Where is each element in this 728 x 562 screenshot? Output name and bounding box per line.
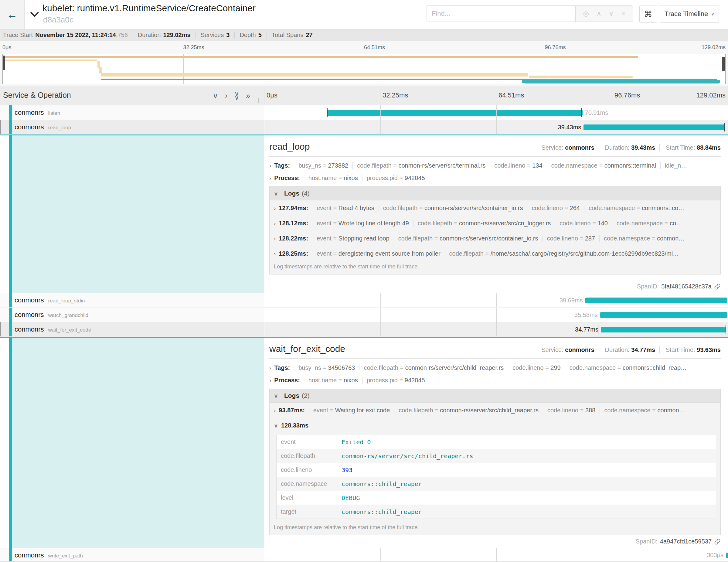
logs-note: Log timestamps are relative to the start… bbox=[270, 261, 720, 274]
collapse-all-icon[interactable]: ∨∨ bbox=[234, 92, 239, 101]
next-match-icon[interactable]: ∨ bbox=[609, 10, 614, 17]
column-resize-grip[interactable] bbox=[258, 98, 261, 103]
summary-duration: Duration129.02ms bbox=[138, 32, 196, 39]
span-row-watch-grandchild[interactable]: conmonrswatch_grandchild 35.58ms bbox=[0, 308, 728, 322]
detail-duration: Duration: 34.77ms bbox=[601, 346, 660, 353]
trace-id: d8a3a0c bbox=[43, 15, 73, 25]
chevron-down-icon: ∨ bbox=[711, 11, 714, 17]
span-detail-read-loop: read_loop Service: conmonrs Duration: 39… bbox=[0, 135, 728, 293]
log-entry[interactable]: › 93.87ms: eventWaiting for exit code co… bbox=[270, 403, 720, 418]
operation-name: write_exit_path bbox=[48, 553, 83, 559]
service-color-bar bbox=[9, 548, 12, 562]
prev-match-icon[interactable]: ∧ bbox=[597, 10, 601, 17]
service-color-bar bbox=[9, 105, 12, 120]
log-entry[interactable]: › 128.22ms: eventStopping read loop code… bbox=[270, 231, 720, 246]
detail-service: Service: conmonrs bbox=[537, 144, 599, 151]
detail-indent-area bbox=[12, 338, 264, 548]
chevron-right-icon: › bbox=[274, 407, 276, 414]
summary-total-spans: Total Spans27 bbox=[272, 32, 318, 39]
chevron-right-icon: › bbox=[274, 220, 276, 227]
back-button[interactable]: ← bbox=[0, 0, 25, 29]
link-icon[interactable] bbox=[714, 283, 721, 290]
operation-name: wait_for_exit_code bbox=[48, 327, 91, 333]
span-duration-label: 35.58ms bbox=[574, 311, 598, 318]
detail-duration: Duration: 39.43ms bbox=[601, 144, 660, 151]
span-row-read-loop-stdin[interactable]: conmonrsread_loop_stdin 39.69ms bbox=[0, 293, 728, 308]
process-accordion[interactable]: › Process: host.namenixos process.pid942… bbox=[269, 377, 721, 384]
log-field-row: target conmonrs::child_reaper bbox=[277, 505, 716, 519]
span-bar[interactable] bbox=[585, 298, 727, 303]
span-duration-label: 39.69ms bbox=[560, 297, 583, 304]
service-name: conmonrs bbox=[15, 311, 44, 318]
log-field-row: code.lineno 393 bbox=[277, 463, 716, 477]
collapse-controls: ∨ › ∨∨ » bbox=[213, 90, 250, 101]
link-icon[interactable] bbox=[714, 538, 721, 545]
service-name: conmonrs bbox=[15, 296, 44, 304]
locate-icon[interactable]: ◎ bbox=[583, 10, 589, 17]
span-bar[interactable] bbox=[583, 124, 725, 130]
span-row-listen[interactable]: conmonrslisten 70.91ms bbox=[0, 105, 728, 120]
span-id-value: 5faf48165428c37a bbox=[661, 283, 712, 290]
log-entry[interactable]: › 127.94ms: eventRead 4 bytes code.filep… bbox=[270, 200, 720, 216]
span-row-write-exit-path[interactable]: conmonrswrite_exit_path 303μs bbox=[0, 548, 728, 562]
log-field-row: level DEBUG bbox=[277, 491, 716, 505]
trace-collapse-chevron-down-icon[interactable] bbox=[32, 11, 38, 17]
span-row-wait-for-exit-code[interactable]: conmonrswait_for_exit_code 34.77ms bbox=[0, 322, 728, 337]
process-accordion[interactable]: › Process: host.namenixos process.pid942… bbox=[269, 175, 721, 182]
expand-all-icon[interactable]: » bbox=[246, 90, 250, 101]
service-color-bar bbox=[9, 308, 12, 322]
log-entry[interactable]: › 128.12ms: eventWrote log line of lengt… bbox=[270, 216, 720, 231]
chevron-down-icon: ∨ bbox=[274, 392, 278, 399]
collapse-one-icon[interactable]: ∨ bbox=[213, 90, 218, 101]
chevron-right-icon: › bbox=[269, 365, 271, 371]
span-duration-label: 70.91ms bbox=[585, 109, 608, 116]
detail-span-title: read_loop bbox=[269, 141, 310, 152]
span-detail-wait-for-exit-code: wait_for_exit_code Service: conmonrs Dur… bbox=[0, 337, 728, 548]
detail-start-time: Start Time: 93.63ms bbox=[662, 346, 721, 353]
expand-one-icon[interactable]: › bbox=[225, 90, 228, 101]
span-bar[interactable] bbox=[327, 110, 583, 116]
span-id-value: 4a947cfd1ce59537 bbox=[660, 538, 712, 545]
tags-accordion[interactable]: › Tags: busy_ns34506763 code.filepathcon… bbox=[269, 364, 721, 371]
span-row-read-loop[interactable]: conmonrsread_loop 39.43ms bbox=[0, 120, 728, 135]
keyboard-shortcuts-button[interactable]: ⌘ bbox=[639, 5, 657, 23]
find-input[interactable] bbox=[427, 5, 575, 22]
service-color-bar bbox=[9, 322, 12, 336]
tags-accordion[interactable]: › Tags: busy_ns273882 code.filepathconmo… bbox=[269, 162, 721, 169]
page-header: ← kubelet: runtime.v1.RuntimeService/Cre… bbox=[0, 0, 728, 29]
log-entry[interactable]: › 128.25ms: eventderegistering event sou… bbox=[270, 246, 720, 261]
span-bar[interactable] bbox=[726, 553, 728, 558]
find-controls: ◎ ∧ ∨ × bbox=[575, 5, 633, 22]
logs-header[interactable]: ∨ Logs(2) bbox=[270, 389, 720, 403]
logs-section: ∨ Logs(2) › 93.87ms: eventWaiting for ex… bbox=[269, 389, 721, 535]
view-selector-label: Trace Timeline bbox=[665, 10, 708, 18]
clear-find-icon[interactable]: × bbox=[621, 10, 625, 17]
jaeger-trace-page: ← kubelet: runtime.v1.RuntimeService/Cre… bbox=[0, 0, 728, 562]
back-arrow-icon: ← bbox=[7, 9, 18, 20]
logs-header[interactable]: ∨ Logs(4) bbox=[270, 187, 720, 200]
view-selector-button[interactable]: Trace Timeline ∨ bbox=[660, 5, 719, 23]
service-color-bar bbox=[9, 293, 12, 307]
span-id-row: SpanID: 5faf48165428c37a bbox=[637, 283, 721, 290]
chevron-right-icon: › bbox=[274, 205, 276, 212]
command-icon: ⌘ bbox=[644, 9, 652, 19]
log-field-row: code.namespace conmonrs::child_reaper bbox=[277, 477, 716, 491]
service-color-bar bbox=[9, 120, 12, 134]
summary-services: Services3 bbox=[201, 32, 235, 39]
logs-section: ∨ Logs(4) › 127.94ms: eventRead 4 bytes … bbox=[269, 186, 721, 274]
chevron-right-icon: › bbox=[274, 250, 276, 257]
span-bar[interactable] bbox=[601, 327, 726, 332]
span-bar[interactable] bbox=[600, 312, 728, 318]
trace-minimap: 0μs 32.25ms 64.51ms 96.76ms 129.02ms bbox=[0, 41, 728, 86]
span-duration-label: 34.77ms bbox=[575, 326, 598, 333]
log-field-row: code.filepath conmon-rs/server/src/child… bbox=[277, 449, 716, 463]
minimap-canvas[interactable] bbox=[2, 54, 726, 84]
service-name: conmonrs bbox=[15, 325, 44, 333]
log-entry-expanded[interactable]: ∨ 128.33ms bbox=[270, 418, 720, 433]
service-operation-header: Service & Operation bbox=[3, 91, 71, 100]
span-id-row: SpanID: 4a947cfd1ce59537 bbox=[636, 538, 721, 545]
summary-trace-start: Trace StartNovember 15 2022, 11:24:14.75… bbox=[3, 32, 133, 39]
span-table-header: Service & Operation ∨ › ∨∨ » 0μs 32.25ms… bbox=[0, 86, 728, 105]
service-name: conmonrs bbox=[15, 551, 44, 559]
chevron-right-icon: › bbox=[269, 175, 271, 182]
